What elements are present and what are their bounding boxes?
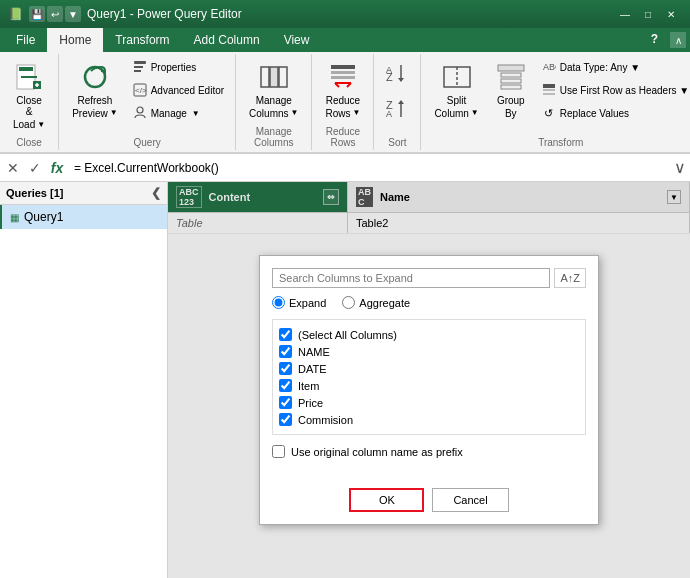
first-row-headers-button[interactable]: Use First Row as Headers ▼ <box>536 79 690 101</box>
reduce-rows-group-label: Reduce Rows <box>318 126 367 148</box>
search-columns-input[interactable] <box>272 268 550 288</box>
checkbox-item-label: Item <box>298 380 319 392</box>
sort-asc-button[interactable]: A Z <box>380 56 414 90</box>
ribbon-group-sort: A Z Z A <box>374 54 421 150</box>
sort-icon[interactable]: A↑Z <box>554 268 586 288</box>
manage-columns-label: Manage <box>256 95 292 106</box>
formula-cancel-icon[interactable]: ✕ <box>4 160 22 176</box>
dropdown-icon[interactable]: ▼ <box>65 6 81 22</box>
checkbox-name-label: NAME <box>298 346 330 358</box>
expand-radio-label: Expand <box>289 297 326 309</box>
formula-expand-icon[interactable]: ∨ <box>674 158 686 177</box>
prefix-checkbox[interactable] <box>272 445 285 458</box>
replace-values-button[interactable]: ↺ Replace Values <box>536 102 690 124</box>
group-by-label: Group <box>497 95 525 106</box>
ribbon-tab-bar: File Home Transform Add Column View ? ∧ <box>0 28 690 52</box>
svg-rect-31 <box>543 84 555 88</box>
svg-rect-33 <box>543 93 555 95</box>
reduce-rows-icon <box>327 61 359 93</box>
checkbox-item-input[interactable] <box>279 379 292 392</box>
tab-file[interactable]: File <box>4 28 47 52</box>
split-column-sublabel: Column ▼ <box>434 108 478 119</box>
restore-button[interactable]: □ <box>637 6 659 22</box>
data-type-icon: ABC <box>541 59 557 75</box>
formula-input[interactable] <box>70 161 670 175</box>
query-item-query1[interactable]: ▦ Query1 <box>0 205 167 229</box>
checkbox-select-all: (Select All Columns) <box>279 326 579 343</box>
checkbox-select-all-input[interactable] <box>279 328 292 341</box>
help-icon[interactable]: ? <box>643 28 666 52</box>
svg-rect-5 <box>134 70 141 72</box>
ribbon-group-manage-columns: Manage Columns ▼ Manage Columns <box>236 54 312 150</box>
refresh-preview-button[interactable]: Refresh Preview ▼ <box>65 56 125 124</box>
queries-collapse-button[interactable]: ❮ <box>151 186 161 200</box>
ribbon-group-close: Close & Load▼ Close <box>0 54 59 150</box>
svg-rect-27 <box>501 73 521 77</box>
tab-home[interactable]: Home <box>47 28 103 52</box>
sort-desc-icon: Z A <box>385 97 409 121</box>
checkbox-item: Item <box>279 377 579 394</box>
sort-buttons: A Z Z A <box>380 56 414 126</box>
properties-button[interactable]: Properties <box>127 56 229 78</box>
svg-rect-4 <box>134 66 143 68</box>
advanced-editor-label: Advanced Editor <box>151 85 224 96</box>
sort-group-label: Sort <box>388 137 406 148</box>
data-type-button[interactable]: ABC Data Type: Any ▼ <box>536 56 690 78</box>
refresh-preview-label: Refresh <box>77 95 112 106</box>
title-bar-left: 📗 💾 ↩ ▼ Query1 - Power Query Editor <box>8 6 242 22</box>
expand-radio[interactable]: Expand <box>272 296 326 309</box>
svg-rect-32 <box>543 89 555 91</box>
first-row-headers-icon <box>541 82 557 98</box>
close-button[interactable]: ✕ <box>660 6 682 22</box>
tab-transform[interactable]: Transform <box>103 28 181 52</box>
checkbox-commision-input[interactable] <box>279 413 292 426</box>
queries-panel: Queries [1] ❮ ▦ Query1 <box>0 182 168 578</box>
tab-add-column[interactable]: Add Column <box>182 28 272 52</box>
checkbox-price-input[interactable] <box>279 396 292 409</box>
window-title: Query1 - Power Query Editor <box>87 7 242 21</box>
popup-buttons: OK Cancel <box>260 480 598 524</box>
properties-label: Properties <box>151 62 197 73</box>
formula-confirm-icon[interactable]: ✓ <box>26 160 44 176</box>
save-icon[interactable]: 💾 <box>29 6 45 22</box>
checkbox-name-input[interactable] <box>279 345 292 358</box>
data-area: ABC123 Content ⇔ ABC Name ▼ Table Table2 <box>168 182 690 578</box>
ribbon-group-transform: Split Column ▼ Group By <box>421 54 690 150</box>
manage-columns-button[interactable]: Manage Columns ▼ <box>242 56 305 124</box>
checkbox-date: DATE <box>279 360 579 377</box>
undo-icon[interactable]: ↩ <box>47 6 63 22</box>
reduce-rows-button[interactable]: Reduce Rows ▼ <box>318 56 367 124</box>
replace-values-label: Replace Values <box>560 108 629 119</box>
manage-columns-sublabel: Columns ▼ <box>249 108 298 119</box>
split-column-button[interactable]: Split Column ▼ <box>427 56 485 124</box>
close-load-button[interactable]: Close & Load▼ <box>6 56 52 135</box>
ok-button[interactable]: OK <box>349 488 424 512</box>
group-by-button[interactable]: Group By <box>488 56 534 124</box>
manage-button[interactable]: Manage ▼ <box>127 102 229 124</box>
minimize-button[interactable]: — <box>614 6 636 22</box>
cancel-button[interactable]: Cancel <box>432 488 508 512</box>
collapse-ribbon-icon[interactable]: ∧ <box>670 32 686 48</box>
aggregate-radio-input[interactable] <box>342 296 355 309</box>
svg-rect-28 <box>501 79 521 83</box>
svg-rect-14 <box>331 76 355 79</box>
first-row-headers-label: Use First Row as Headers ▼ <box>560 85 689 96</box>
manage-label: Manage <box>151 108 187 119</box>
svg-rect-11 <box>279 67 287 87</box>
advanced-editor-button[interactable]: </> Advanced Editor <box>127 79 229 101</box>
tab-view[interactable]: View <box>272 28 322 52</box>
sort-desc-button[interactable]: Z A <box>380 92 414 126</box>
manage-columns-items: Manage Columns ▼ <box>242 56 305 124</box>
queries-panel-header: Queries [1] ❮ <box>0 182 167 205</box>
aggregate-radio[interactable]: Aggregate <box>342 296 410 309</box>
transform-items: Split Column ▼ Group By <box>427 56 690 135</box>
reduce-rows-label: Reduce <box>326 95 360 106</box>
query-group-items: Refresh Preview ▼ Properties <box>65 56 229 135</box>
checkbox-commision-label: Commision <box>298 414 353 426</box>
manage-dropdown-arrow: ▼ <box>192 109 200 118</box>
svg-rect-9 <box>261 67 269 87</box>
advanced-editor-icon: </> <box>132 82 148 98</box>
expand-radio-input[interactable] <box>272 296 285 309</box>
checkbox-date-input[interactable] <box>279 362 292 375</box>
ribbon-content: Close & Load▼ Close <box>0 52 690 153</box>
